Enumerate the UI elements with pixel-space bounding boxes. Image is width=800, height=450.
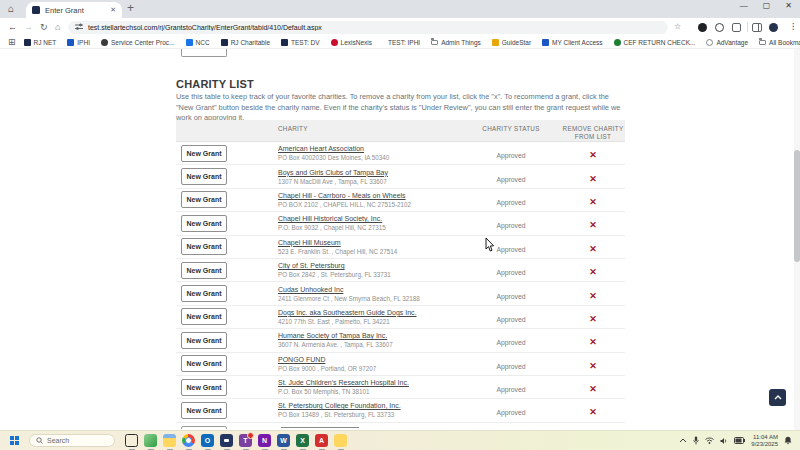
pinned-home-icon[interactable]: ⌂ xyxy=(8,3,14,15)
charity-name-link[interactable]: Chapel Hill Historical Society, Inc. xyxy=(278,215,461,222)
taskbar-search[interactable]: Search xyxy=(29,434,115,447)
bookmark-item[interactable]: TEST: DV xyxy=(281,39,320,46)
scroll-to-top-button[interactable] xyxy=(769,389,786,406)
task-view-icon[interactable] xyxy=(125,434,138,447)
bookmark-star-icon[interactable]: ☆ xyxy=(674,22,681,31)
charity-name-link[interactable]: PONGO FUND xyxy=(278,356,461,363)
remove-charity-x-icon[interactable]: ✕ xyxy=(589,267,597,277)
forward-icon[interactable]: → xyxy=(24,21,33,33)
new-grant-button[interactable]: New Grant xyxy=(181,308,227,325)
new-grant-button[interactable]: New Grant xyxy=(181,332,227,349)
remove-charity-x-icon[interactable]: ✕ xyxy=(589,150,597,160)
photos-icon[interactable] xyxy=(144,434,157,447)
extension-icon[interactable] xyxy=(698,23,707,32)
new-grant-button[interactable]: New Grant xyxy=(181,168,227,185)
new-grant-button[interactable]: New Grant xyxy=(181,355,227,372)
microphone-icon[interactable] xyxy=(693,436,699,445)
url-text[interactable]: test.stellartechsol.com/rj/GrantstoChari… xyxy=(88,24,322,31)
bookmark-item[interactable]: CEF RETURN CHECK... xyxy=(614,39,696,46)
maximize-button[interactable]: ▢ xyxy=(763,1,771,10)
minimize-button[interactable]: — xyxy=(740,1,748,10)
charity-name-link[interactable]: American Heart Association xyxy=(278,145,461,152)
bookmark-item[interactable]: LexisNexis xyxy=(331,39,372,46)
zoom-icon[interactable] xyxy=(220,434,233,447)
outlook-icon[interactable]: O xyxy=(201,434,214,447)
speaker-icon[interactable] xyxy=(720,437,728,445)
profile-avatar[interactable] xyxy=(769,23,778,32)
teams-icon[interactable]: T xyxy=(239,434,252,447)
bookmark-item[interactable]: RJ Charitable xyxy=(221,39,270,46)
charity-name-link[interactable]: Boys and Girls Clubs of Tampa Bay xyxy=(278,169,461,176)
home-icon[interactable]: ⌂ xyxy=(55,21,60,33)
wifi-icon[interactable] xyxy=(705,437,714,444)
address-bar[interactable]: test.stellartechsol.com/rj/GrantstoChari… xyxy=(68,21,668,34)
close-button[interactable]: ✕ xyxy=(785,1,792,10)
new-grant-button[interactable]: New Grant xyxy=(181,285,227,302)
charity-name-link[interactable]: Dogs Inc. aka Southeastern Guide Dogs In… xyxy=(278,309,461,316)
charity-name-link[interactable]: Chapel Hill - Carrboro - Meals on Wheels xyxy=(278,192,461,199)
bookmark-item[interactable]: NCC xyxy=(186,39,210,46)
bookmark-item[interactable]: IPHI xyxy=(67,39,90,46)
bookmark-item[interactable]: AdVantage xyxy=(706,39,748,46)
chrome-icon[interactable] xyxy=(182,434,195,447)
notifications-bell-icon[interactable] xyxy=(784,436,792,445)
site-info-tune-icon[interactable] xyxy=(75,23,83,31)
taskbar-clock[interactable]: 11:04 AM 9/23/2025 xyxy=(751,434,778,448)
charity-name-link[interactable]: Humane Society of Tampa Bay Inc. xyxy=(278,332,461,339)
acrobat-icon[interactable]: A xyxy=(315,434,328,447)
remove-charity-x-icon[interactable]: ✕ xyxy=(589,244,597,254)
extension-icon[interactable] xyxy=(715,23,724,32)
word-icon[interactable]: W xyxy=(277,434,290,447)
tab-close-icon[interactable]: ✕ xyxy=(110,6,116,14)
clipped-new-grant-button[interactable] xyxy=(181,49,227,57)
new-grant-button[interactable]: New Grant xyxy=(181,262,227,279)
start-button[interactable] xyxy=(10,436,19,445)
remove-charity-x-icon[interactable]: ✕ xyxy=(589,384,597,394)
tab-enter-grant[interactable]: Enter Grant ✕ xyxy=(26,2,122,18)
remove-charity-x-icon[interactable]: ✕ xyxy=(589,220,597,230)
all-bookmarks-button[interactable]: All Bookmarks xyxy=(759,39,800,46)
taskbar-app-slot: A xyxy=(315,434,328,447)
bookmark-item[interactable]: TEST: IPHI xyxy=(383,39,420,46)
bookmark-item[interactable]: MY Client Access xyxy=(542,39,602,46)
bookmark-item[interactable]: RJ NET xyxy=(24,39,57,46)
bookmark-item[interactable]: Admin Things xyxy=(431,39,481,46)
excel-icon[interactable]: X xyxy=(296,434,309,447)
remove-charity-x-icon[interactable]: ✕ xyxy=(589,197,597,207)
new-grant-button[interactable]: New Grant xyxy=(181,191,227,208)
apps-grid-icon[interactable]: ⊞ xyxy=(8,38,16,47)
row-button-cell: New Grant xyxy=(176,402,276,419)
charity-address: P.O. Box 50 Memphis, TN 38101 xyxy=(278,388,461,395)
bookmark-item[interactable]: GuideStar xyxy=(492,39,531,46)
remove-charity-x-icon[interactable]: ✕ xyxy=(589,337,597,347)
file-explorer-icon[interactable] xyxy=(163,434,176,447)
new-grant-button[interactable]: New Grant xyxy=(181,402,227,419)
extensions-puzzle-icon[interactable] xyxy=(732,23,741,32)
new-grant-button[interactable]: New Grant xyxy=(181,238,227,255)
new-grant-button[interactable]: New Grant xyxy=(181,145,227,162)
charity-name-link[interactable]: St. Petersburg College Foundation, Inc. xyxy=(278,402,461,409)
clipped-new-grant-button[interactable] xyxy=(181,426,227,429)
menu-kebab-icon[interactable]: ⋮ xyxy=(789,22,797,31)
sticky-notes-icon[interactable] xyxy=(334,434,347,447)
remove-charity-x-icon[interactable]: ✕ xyxy=(589,314,597,324)
charity-name-link[interactable]: City of St. Petersburg xyxy=(278,262,461,269)
back-icon[interactable]: ← xyxy=(8,21,17,33)
charity-name-link[interactable]: St. Jude Children's Research Hospital In… xyxy=(278,379,461,386)
onenote-icon[interactable]: N xyxy=(258,434,271,447)
new-grant-button[interactable]: New Grant xyxy=(181,215,227,232)
new-tab-button[interactable]: + xyxy=(127,1,134,15)
page-scrollbar-thumb[interactable] xyxy=(794,150,800,262)
remove-charity-x-icon[interactable]: ✕ xyxy=(589,361,597,371)
side-panel-icon[interactable] xyxy=(752,23,762,32)
new-grant-button[interactable]: New Grant xyxy=(181,379,227,396)
remove-charity-x-icon[interactable]: ✕ xyxy=(589,291,597,301)
tray-chevron-up-icon[interactable] xyxy=(679,438,687,443)
remove-charity-x-icon[interactable]: ✕ xyxy=(589,174,597,184)
charity-name-link[interactable]: Chapel Hill Museum xyxy=(278,239,461,246)
charity-name-link[interactable]: Cudas Unhooked Inc xyxy=(278,286,461,293)
bookmark-item[interactable]: Service Center Proc... xyxy=(101,39,175,46)
battery-icon[interactable] xyxy=(734,437,745,444)
remove-charity-x-icon[interactable]: ✕ xyxy=(589,407,597,417)
reload-icon[interactable]: ↻ xyxy=(40,21,48,33)
